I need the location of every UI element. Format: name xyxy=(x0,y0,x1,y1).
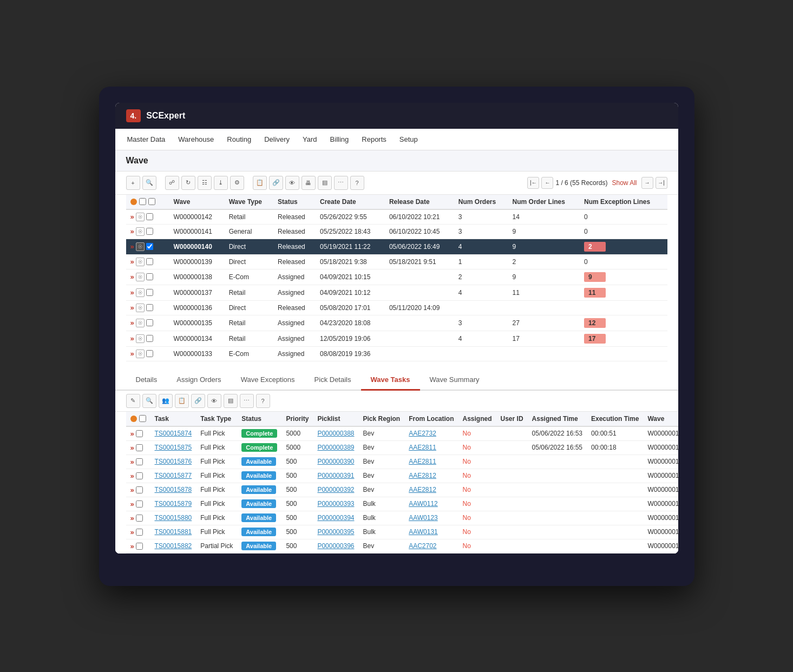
task-picklist-cell[interactable]: P000000391 xyxy=(313,469,358,483)
task-expand-arrow[interactable]: » xyxy=(130,514,134,522)
export-button[interactable]: ⤓ xyxy=(214,176,228,190)
row-checkbox[interactable] xyxy=(146,289,153,296)
row-expand-arrow[interactable]: » xyxy=(130,242,134,251)
wave-table-row[interactable]: » ☉ W000000135RetailAssigned04/23/2020 1… xyxy=(126,315,667,331)
tab-wave-exceptions[interactable]: Wave Exceptions xyxy=(231,370,305,391)
task-id-cell[interactable]: TS00015882 xyxy=(150,539,196,553)
task-from-location-cell[interactable]: AAE2812 xyxy=(404,483,458,497)
search-button[interactable]: 🔍 xyxy=(142,176,156,190)
sub-chart-btn[interactable]: ▤ xyxy=(224,394,238,408)
row-view-icon[interactable]: ☉ xyxy=(136,227,145,236)
task-picklist-cell[interactable]: P000000395 xyxy=(313,525,358,539)
show-all-btn[interactable]: Show All xyxy=(612,179,637,187)
copy-button[interactable]: 📋 xyxy=(253,176,267,190)
row-checkbox[interactable] xyxy=(146,243,153,250)
more-button[interactable]: ⋯ xyxy=(334,176,348,190)
task-picklist-cell[interactable]: P000000392 xyxy=(313,483,358,497)
task-row-checkbox[interactable] xyxy=(136,543,143,550)
row-expand-arrow[interactable]: » xyxy=(130,273,134,281)
row-expand-arrow[interactable]: » xyxy=(130,288,134,297)
tab-wave-summary[interactable]: Wave Summary xyxy=(420,370,489,391)
task-id-cell[interactable]: TS00015877 xyxy=(150,469,196,483)
row-checkbox[interactable] xyxy=(146,258,153,265)
task-id-cell[interactable]: TS00015880 xyxy=(150,511,196,525)
row-view-icon[interactable]: ☉ xyxy=(136,273,145,281)
task-from-location-cell[interactable]: AAE2732 xyxy=(404,426,458,441)
row-view-icon[interactable]: ☉ xyxy=(136,334,145,343)
row-expand-arrow[interactable]: » xyxy=(130,350,134,358)
wave-table-row[interactable]: » ☉ W000000141GeneralReleased05/25/2022 … xyxy=(126,224,667,239)
task-table-row[interactable]: » TS00015878Full PickAvailable500P000000… xyxy=(126,483,678,497)
task-from-location-cell[interactable]: AAW0112 xyxy=(404,497,458,511)
wave-table-row[interactable]: » ☉ W000000139DirectReleased05/18/2021 9… xyxy=(126,254,667,269)
task-picklist-cell[interactable]: P000000396 xyxy=(313,539,358,553)
wave-table-row[interactable]: » ☉ W000000140DirectReleased05/19/2021 1… xyxy=(126,239,667,254)
row-checkbox[interactable] xyxy=(146,350,153,357)
task-expand-arrow[interactable]: » xyxy=(130,500,134,508)
sub-view-btn[interactable]: 👁 xyxy=(207,394,221,408)
task-id-cell[interactable]: TS00015875 xyxy=(150,440,196,454)
task-expand-arrow[interactable]: » xyxy=(130,528,134,536)
row-view-icon[interactable]: ☉ xyxy=(136,304,145,312)
task-from-location-cell[interactable]: AAW0131 xyxy=(404,525,458,539)
row-view-icon[interactable]: ☉ xyxy=(136,242,145,251)
task-row-checkbox[interactable] xyxy=(136,430,143,437)
grid-button[interactable]: ☷ xyxy=(198,176,212,190)
task-table-row[interactable]: » TS00015875Full PickComplete5000P000000… xyxy=(126,440,678,454)
task-id-cell[interactable]: TS00015876 xyxy=(150,454,196,469)
row-checkbox[interactable] xyxy=(146,335,153,342)
sub-search-btn[interactable]: 🔍 xyxy=(142,394,156,408)
nav-setup[interactable]: Setup xyxy=(398,133,419,146)
row-checkbox[interactable] xyxy=(146,273,153,280)
next-page-btn[interactable]: → xyxy=(641,177,653,189)
row-expand-arrow[interactable]: » xyxy=(130,227,134,235)
task-expand-arrow[interactable]: » xyxy=(130,444,134,452)
row-checkbox[interactable] xyxy=(146,304,153,311)
nav-routing[interactable]: Routing xyxy=(226,133,252,146)
task-row-checkbox[interactable] xyxy=(136,515,143,522)
task-expand-arrow[interactable]: » xyxy=(130,542,134,550)
row-checkbox[interactable] xyxy=(146,319,153,326)
task-row-checkbox[interactable] xyxy=(136,458,143,465)
task-expand-arrow[interactable]: » xyxy=(130,486,134,494)
task-table-row[interactable]: » TS00015882Partial PickAvailable500P000… xyxy=(126,539,678,553)
wave-table-row[interactable]: » ☉ W000000142RetailReleased05/26/2022 9… xyxy=(126,209,667,225)
first-page-btn[interactable]: |← xyxy=(527,177,539,189)
sub-copy-btn[interactable]: 📋 xyxy=(175,394,189,408)
tab-details[interactable]: Details xyxy=(126,370,167,391)
task-picklist-cell[interactable]: P000000388 xyxy=(313,426,358,441)
row-expand-arrow[interactable]: » xyxy=(130,304,134,312)
nav-master-data[interactable]: Master Data xyxy=(126,133,167,146)
view-button[interactable]: 👁 xyxy=(285,176,299,190)
refresh-button[interactable]: ↻ xyxy=(181,176,195,190)
task-table-row[interactable]: » TS00015874Full PickComplete5000P000000… xyxy=(126,426,678,441)
task-id-cell[interactable]: TS00015874 xyxy=(150,426,196,441)
wave-table-row[interactable]: » ☉ W000000138E-ComAssigned04/09/2021 10… xyxy=(126,269,667,285)
task-table-row[interactable]: » TS00015881Full PickAvailable500P000000… xyxy=(126,525,678,539)
task-picklist-cell[interactable]: P000000390 xyxy=(313,454,358,469)
sub-edit-btn[interactable]: ✎ xyxy=(126,394,140,408)
row-view-icon[interactable]: ☉ xyxy=(136,288,145,297)
task-expand-arrow[interactable]: » xyxy=(130,458,134,466)
task-table-row[interactable]: » TS00015877Full PickAvailable500P000000… xyxy=(126,469,678,483)
add-button[interactable]: + xyxy=(126,176,140,190)
tasks-select-all-checkbox[interactable] xyxy=(139,415,146,422)
row-expand-arrow[interactable]: » xyxy=(130,213,134,221)
row-view-icon[interactable]: ☉ xyxy=(136,319,145,327)
print-button[interactable]: 🖶 xyxy=(302,176,316,190)
task-picklist-cell[interactable]: P000000394 xyxy=(313,511,358,525)
prev-page-btn[interactable]: ← xyxy=(541,177,553,189)
sub-group-btn[interactable]: 👥 xyxy=(159,394,173,408)
sub-more-btn[interactable]: ⋯ xyxy=(240,394,254,408)
row-checkbox[interactable] xyxy=(146,213,153,220)
wave-table-row[interactable]: » ☉ W000000133E-ComAssigned08/08/2019 19… xyxy=(126,346,667,361)
task-row-checkbox[interactable] xyxy=(136,529,143,536)
task-row-checkbox[interactable] xyxy=(136,486,143,493)
task-from-location-cell[interactable]: AAE2812 xyxy=(404,469,458,483)
row-view-icon[interactable]: ☉ xyxy=(136,258,145,266)
row-view-icon[interactable]: ☉ xyxy=(136,350,145,358)
sub-link-btn[interactable]: 🔗 xyxy=(191,394,205,408)
select-all-checkbox2[interactable] xyxy=(148,198,155,205)
nav-delivery[interactable]: Delivery xyxy=(263,133,291,146)
tab-pick-details[interactable]: Pick Details xyxy=(305,370,361,391)
